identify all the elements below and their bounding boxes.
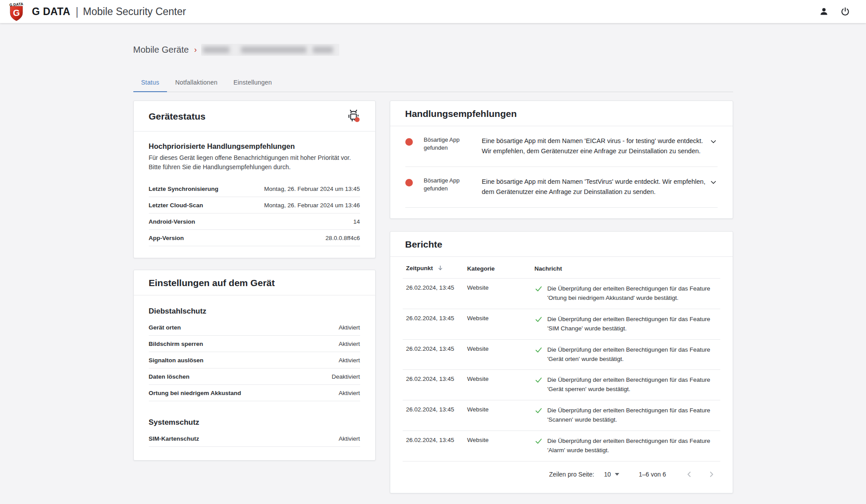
setting-row-locate-device: Gerät orten Aktiviert	[149, 319, 360, 336]
user-account-icon[interactable]	[816, 4, 831, 19]
device-status-title: Gerätestatus	[149, 111, 206, 122]
logout-power-icon[interactable]	[838, 4, 853, 19]
severity-dot-icon	[405, 179, 413, 186]
top-bar: G DATA G G DATA | Mobile Security Center	[0, 0, 866, 23]
pagination-range: 1–6 von 6	[639, 471, 666, 478]
status-row-android-version: Android-Version 14	[149, 213, 360, 230]
chevron-down-icon[interactable]	[709, 177, 718, 188]
recommendation-item-eicar[interactable]: Bösartige App gefunden Eine bösartige Ap…	[405, 126, 718, 167]
device-settings-title: Einstellungen auf dem Gerät	[149, 278, 275, 288]
next-page-button[interactable]	[705, 468, 718, 481]
tab-emergency-actions[interactable]: Notfallaktionen	[167, 74, 225, 92]
recommendation-label: Bösartige App gefunden	[424, 136, 469, 152]
reports-table-header: Zeitpunkt Kategorie Nachricht	[403, 258, 720, 279]
previous-page-button[interactable]	[683, 468, 695, 481]
theft-protection-heading: Diebstahlschutz	[149, 307, 360, 316]
check-icon	[535, 285, 543, 294]
recommendation-item-testvirus[interactable]: Bösartige App gefunden Eine bösartige Ap…	[405, 167, 718, 208]
topbar-actions	[816, 4, 853, 19]
device-status-rows: Letzte Synchronisierung Montag, 26. Febr…	[149, 181, 360, 246]
reports-card: Berichte Zeitpunkt Kategorie	[390, 231, 733, 493]
product-name: Mobile Security Center	[83, 6, 186, 18]
device-name-redacted	[201, 44, 339, 56]
breadcrumb: Mobile Geräte ›	[133, 44, 733, 56]
breadcrumb-separator: ›	[194, 45, 197, 54]
device-settings-card: Einstellungen auf dem Gerät Diebstahlsch…	[133, 270, 376, 461]
check-icon	[535, 376, 543, 385]
app-title: G DATA | Mobile Security Center	[32, 5, 186, 19]
setting-row-trigger-alarm: Signalton auslösen Aktiviert	[149, 352, 360, 368]
report-row: 26.02.2024, 13:45 Website Die Überprüfun…	[403, 400, 720, 431]
android-device-alert-icon	[347, 109, 360, 124]
recommendation-message: Eine bösartige App mit dem Namen 'EICAR …	[482, 136, 709, 157]
brand-divider: |	[76, 5, 79, 19]
report-row: 26.02.2024, 13:45 Website Die Überprüfun…	[403, 279, 720, 309]
svg-text:G: G	[13, 8, 20, 18]
check-icon	[535, 407, 543, 416]
setting-row-low-battery-locate: Ortung bei niedrigem Akkustand Aktiviert	[149, 385, 360, 401]
reports-title: Berichte	[405, 239, 443, 250]
rows-per-page-label: Zeilen pro Seite:	[549, 471, 594, 478]
check-icon	[535, 315, 543, 325]
column-header-category[interactable]: Kategorie	[467, 265, 535, 272]
device-status-card: Gerätestatus	[133, 101, 376, 258]
recommendations-card: Handlungsempfehlungen Bösartige App gefu…	[390, 101, 733, 219]
system-protection-heading: Systemschutz	[149, 418, 360, 427]
setting-row-wipe-data: Daten löschen Deaktiviert	[149, 368, 360, 385]
system-protection-rows: SIM-Kartenschutz Aktiviert	[149, 430, 360, 447]
gdata-logo-icon: G DATA G	[6, 1, 27, 22]
sort-desc-icon	[437, 265, 443, 272]
check-icon	[535, 437, 543, 446]
setting-row-lock-screen: Bildschirm sperren Aktiviert	[149, 336, 360, 352]
setting-row-sim-protection: SIM-Kartenschutz Aktiviert	[149, 430, 360, 447]
column-header-message[interactable]: Nachricht	[535, 265, 717, 272]
recommendations-title: Handlungsempfehlungen	[405, 109, 517, 119]
chevron-down-icon[interactable]	[709, 136, 718, 147]
status-row-app-version: App-Version 28.0.0.8ff4c6	[149, 230, 360, 246]
status-row-last-sync: Letzte Synchronisierung Montag, 26. Febr…	[149, 181, 360, 197]
column-header-time[interactable]: Zeitpunkt	[406, 265, 467, 272]
report-row: 26.02.2024, 13:45 Website Die Überprüfun…	[403, 340, 720, 370]
tab-bar: Status Notfallaktionen Einstellungen	[133, 74, 733, 92]
status-row-last-cloud-scan: Letzter Cloud-Scan Montag, 26. Februar 2…	[149, 197, 360, 213]
breadcrumb-mobile-devices[interactable]: Mobile Geräte	[133, 45, 189, 55]
main-content: Mobile Geräte › Status Notfallaktionen E…	[133, 44, 733, 493]
theft-protection-rows: Gerät orten Aktiviert Bildschirm sperren…	[149, 319, 360, 401]
recommendation-message: Eine bösartige App mit dem Namen 'TestVi…	[482, 177, 709, 198]
rows-per-page-select[interactable]: 10	[604, 471, 619, 478]
report-row: 26.02.2024, 13:45 Website Die Überprüfun…	[403, 431, 720, 461]
priority-recommendations-heading: Hochpriorisierte Handlungsempfehlungen	[149, 142, 360, 151]
tab-settings[interactable]: Einstellungen	[225, 74, 280, 92]
caret-down-icon	[615, 473, 619, 476]
reports-pagination: Zeilen pro Seite: 10 1–6 von 6	[403, 461, 720, 490]
tab-status[interactable]: Status	[133, 74, 167, 92]
report-row: 26.02.2024, 13:45 Website Die Überprüfun…	[403, 309, 720, 340]
brand-name: G DATA	[32, 6, 70, 18]
severity-dot-icon	[405, 138, 413, 146]
recommendation-label: Bösartige App gefunden	[424, 177, 469, 193]
report-row: 26.02.2024, 13:45 Website Die Überprüfun…	[403, 370, 720, 400]
priority-recommendations-text: Für dieses Gerät liegen offene Benachric…	[149, 153, 357, 172]
check-icon	[535, 346, 543, 355]
